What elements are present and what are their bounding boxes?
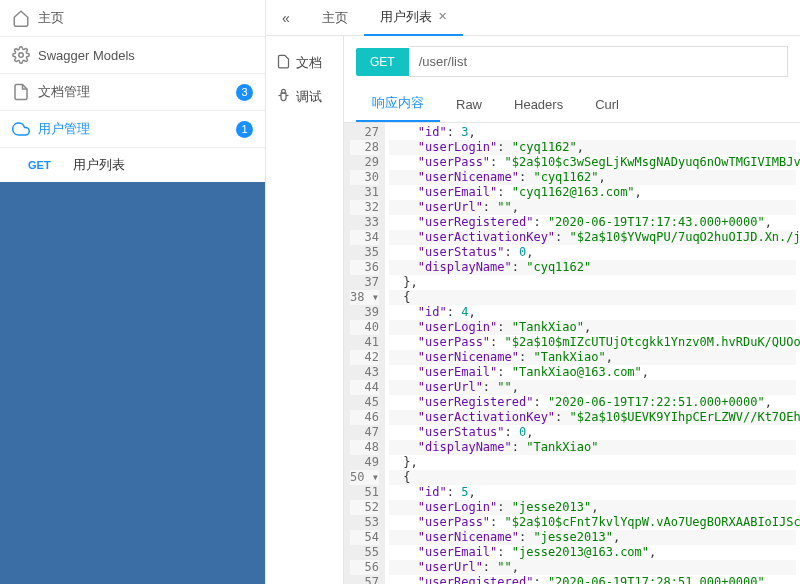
home-icon — [12, 9, 30, 27]
tab-1[interactable]: 用户列表✕ — [364, 0, 463, 36]
view-mode-sidebar: 文档调试 — [266, 36, 344, 584]
file-icon — [276, 54, 291, 72]
sidebar-item-3[interactable]: 用户管理1 — [0, 111, 265, 148]
view-mode-1[interactable]: 调试 — [266, 80, 343, 114]
view-mode-label: 文档 — [296, 54, 322, 72]
collapse-sidebar-button[interactable]: « — [266, 10, 306, 26]
view-mode-0[interactable]: 文档 — [266, 46, 343, 80]
sidebar-subitem[interactable]: GET用户列表 — [0, 148, 265, 182]
response-tab-headers[interactable]: Headers — [498, 86, 579, 122]
bug-icon — [276, 88, 291, 106]
sidebar: 主页Swagger Models文档管理3用户管理1GET用户列表 — [0, 0, 265, 584]
sidebar-item-label: Swagger Models — [38, 48, 135, 63]
sidebar-item-0[interactable]: 主页 — [0, 0, 265, 37]
tab-label: 主页 — [322, 9, 348, 27]
content: GET /user/list 响应内容RawHeadersCurl 272829… — [344, 36, 800, 584]
cloud-icon — [12, 120, 30, 138]
close-icon[interactable]: ✕ — [438, 10, 447, 23]
sidebar-item-label: 主页 — [38, 9, 64, 27]
tabs: « 主页用户列表✕ — [266, 0, 800, 36]
sidebar-subitem-label: 用户列表 — [73, 156, 125, 174]
response-tabs: 响应内容RawHeadersCurl — [344, 87, 800, 123]
doc-icon — [12, 83, 30, 101]
line-gutter: 272829303132333435363738 ▾39404142434445… — [344, 123, 385, 584]
count-badge: 3 — [236, 84, 253, 101]
count-badge: 1 — [236, 121, 253, 138]
response-tab-curl[interactable]: Curl — [579, 86, 635, 122]
request-bar: GET /user/list — [344, 36, 800, 87]
response-body-viewer[interactable]: 272829303132333435363738 ▾39404142434445… — [344, 123, 800, 584]
request-path-input[interactable]: /user/list — [409, 46, 788, 77]
response-tab-响应内容[interactable]: 响应内容 — [356, 86, 440, 122]
tab-label: 用户列表 — [380, 8, 432, 26]
sidebar-item-1[interactable]: Swagger Models — [0, 37, 265, 74]
code-content: "id": 3, "userLogin": "cyq1162", "userPa… — [385, 123, 800, 584]
main-area: « 主页用户列表✕ 文档调试 GET /user/list 响应内容RawHea… — [265, 0, 800, 584]
http-method-badge: GET — [28, 159, 51, 171]
http-method-badge: GET — [356, 48, 409, 76]
cog-icon — [12, 46, 30, 64]
response-tab-raw[interactable]: Raw — [440, 86, 498, 122]
sidebar-item-label: 文档管理 — [38, 83, 90, 101]
sidebar-item-label: 用户管理 — [38, 120, 90, 138]
view-mode-label: 调试 — [296, 88, 322, 106]
svg-point-0 — [19, 53, 24, 58]
sidebar-item-2[interactable]: 文档管理3 — [0, 74, 265, 111]
tab-0[interactable]: 主页 — [306, 0, 364, 36]
